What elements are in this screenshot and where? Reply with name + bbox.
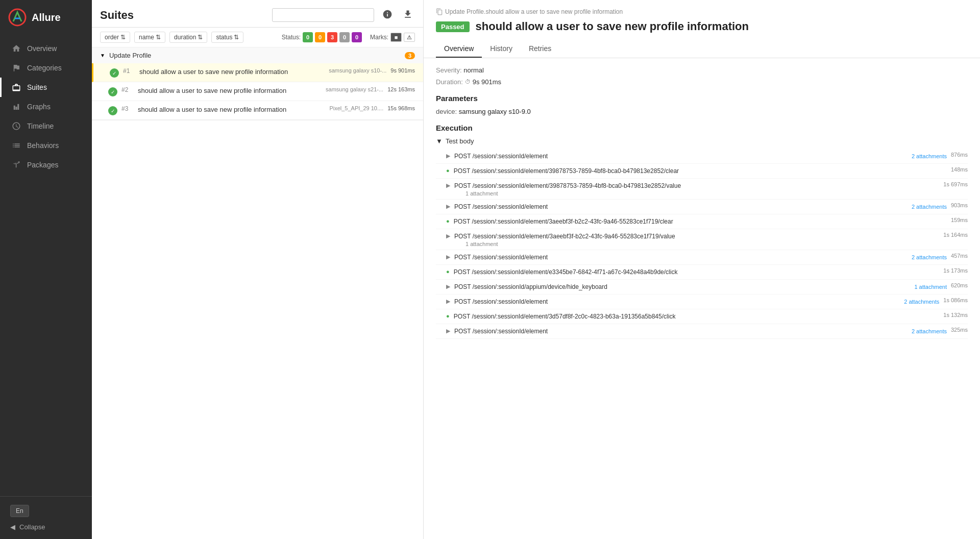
detail-panel: Update Profile.should allow a user to sa…: [424, 0, 980, 539]
detail-title: should allow a user to save new profile …: [476, 19, 749, 34]
sidebar-item-suites[interactable]: Suites: [0, 78, 92, 97]
test-duration-3: 15s 968ms: [387, 105, 415, 111]
step-text-4: POST /session/:sessionId/element/3aeebf3…: [454, 218, 673, 225]
step-sub-5: 1 attachment: [465, 241, 939, 247]
step-time-2: 1s 697ms: [943, 181, 968, 187]
status-label: status: [216, 34, 232, 41]
tab-overview[interactable]: Overview: [436, 40, 482, 58]
step-toggle-11[interactable]: ▶: [446, 328, 450, 334]
language-button[interactable]: En: [10, 505, 29, 517]
test-name-3: should allow a user to save new profile …: [138, 105, 325, 114]
sidebar-item-packages[interactable]: Packages: [0, 155, 92, 175]
duration-sort-icon: ⇅: [198, 34, 203, 41]
step-text-5: POST /session/:sessionId/element/3aeebf3…: [454, 233, 675, 240]
step-toggle-3[interactable]: ▶: [446, 203, 450, 210]
parameters-title: Parameters: [436, 94, 968, 103]
steps-list: ▶ POST /session/:sessionId/element 2 att…: [436, 149, 968, 339]
mark-warning-icon[interactable]: ⚠: [404, 33, 415, 42]
sidebar-item-behaviors[interactable]: Behaviors: [0, 136, 92, 155]
step-attach-6[interactable]: 2 attachments: [912, 254, 947, 260]
passed-badge: Passed: [436, 21, 470, 32]
sidebar-item-overview[interactable]: Overview: [0, 39, 92, 58]
list-icon: [12, 141, 21, 150]
suite-list: ▼ Update Profile 3 ✓ #1 should allow a u…: [92, 47, 423, 539]
step-text-9: POST /session/:sessionId/element: [454, 297, 901, 306]
logo: Allure: [0, 0, 92, 35]
name-label: name: [139, 34, 154, 41]
step-attach-8[interactable]: 1 attachment: [914, 284, 947, 290]
step-row-9: ▶ POST /session/:sessionId/element 2 att…: [436, 295, 968, 309]
step-row-4: ● POST /session/:sessionId/element/3aeeb…: [436, 214, 968, 229]
sidebar-item-graphs[interactable]: Graphs: [0, 97, 92, 116]
duration-sort-button[interactable]: duration ⇅: [169, 32, 207, 43]
sidebar-item-timeline[interactable]: Timeline: [0, 116, 92, 136]
step-time-7: 1s 173ms: [943, 267, 968, 274]
step-attach-0[interactable]: 2 attachments: [912, 153, 947, 159]
test-device-3: Pixel_5_API_29 10....: [329, 105, 383, 111]
test-duration-1: 9s 901ms: [390, 67, 415, 74]
order-label: order: [105, 34, 119, 41]
sidebar-item-categories[interactable]: Categories: [0, 58, 92, 78]
step-toggle-5[interactable]: ▶: [446, 233, 450, 239]
step-attach-11[interactable]: 2 attachments: [912, 328, 947, 334]
step-time-9: 1s 086ms: [943, 297, 968, 303]
status-badge-purple[interactable]: 0: [352, 32, 362, 42]
step-row-8: ▶ POST /session/:sessionId/appium/device…: [436, 280, 968, 295]
package-icon: [12, 160, 21, 169]
status-badge-red[interactable]: 3: [327, 32, 337, 42]
status-sort-button[interactable]: status ⇅: [211, 32, 243, 43]
status-badge-orange[interactable]: 0: [315, 32, 325, 42]
tab-retries[interactable]: Retries: [521, 40, 559, 58]
sidebar-item-packages-label: Packages: [27, 161, 58, 169]
step-time-8: 620ms: [951, 282, 968, 288]
step-row-5: ▶ POST /session/:sessionId/element/3aeeb…: [436, 229, 968, 250]
flag-icon: [12, 63, 21, 72]
test-row-1[interactable]: ✓ #1 should allow a user to save new pro…: [92, 63, 423, 82]
logo-text: Allure: [32, 12, 61, 23]
suite-group-header[interactable]: ▼ Update Profile 3: [92, 47, 423, 63]
info-button[interactable]: [380, 7, 395, 23]
step-toggle-9[interactable]: ▶: [446, 298, 450, 305]
clock-icon: [12, 121, 21, 131]
order-sort-button[interactable]: order ⇅: [100, 32, 130, 43]
mark-flaky-icon[interactable]: ■: [390, 33, 402, 42]
severity-value: normal: [463, 66, 484, 74]
test-pass-icon-3: ✓: [108, 106, 117, 115]
status-badge-gray[interactable]: 0: [339, 32, 350, 42]
test-row-2[interactable]: ✓ #2 should allow a user to save new pro…: [92, 82, 423, 101]
order-sort-icon: ⇅: [120, 34, 126, 41]
chevron-down-icon: ▼: [100, 53, 105, 58]
copy-icon: [436, 8, 443, 15]
status-badge-green[interactable]: 0: [303, 32, 313, 42]
step-toggle-8[interactable]: ▶: [446, 283, 450, 290]
download-button[interactable]: [401, 7, 415, 23]
step-toggle-2[interactable]: ▶: [446, 182, 450, 189]
briefcase-icon: [12, 83, 21, 92]
test-row-3[interactable]: ✓ #3 should allow a user to save new pro…: [92, 101, 423, 120]
step-toggle-0[interactable]: ▶: [446, 153, 450, 159]
bar-chart-icon: [12, 102, 21, 111]
duration-label: Duration:: [436, 78, 463, 86]
test-name-1: should allow a user to save new profile …: [139, 67, 325, 77]
collapse-button[interactable]: ◀ Collapse: [10, 523, 82, 531]
tab-history[interactable]: History: [482, 40, 521, 58]
step-time-11: 325ms: [951, 327, 968, 333]
device-param-key: device:: [436, 108, 457, 115]
detail-header: Update Profile.should allow a user to sa…: [424, 0, 980, 58]
step-toggle-6[interactable]: ▶: [446, 254, 450, 260]
sidebar-item-timeline-label: Timeline: [27, 122, 54, 130]
step-row-7: ● POST /session/:sessionId/element/e3345…: [436, 265, 968, 280]
test-body-header[interactable]: ▼ Test body: [436, 137, 968, 145]
suite-group-name: Update Profile: [109, 52, 401, 59]
step-text-3: POST /session/:sessionId/element: [454, 202, 909, 211]
step-text-8: POST /session/:sessionId/appium/device/h…: [454, 282, 911, 291]
name-sort-button[interactable]: name ⇅: [134, 32, 165, 43]
step-time-6: 457ms: [951, 253, 968, 259]
search-input[interactable]: [272, 8, 374, 22]
step-attach-9[interactable]: 2 attachments: [904, 299, 939, 305]
sidebar-item-suites-label: Suites: [27, 83, 47, 91]
step-text-1: POST /session/:sessionId/element/3987875…: [454, 167, 679, 175]
marks-label: Marks:: [370, 34, 388, 41]
step-attach-3[interactable]: 2 attachments: [912, 204, 947, 210]
severity-label: Severity:: [436, 66, 462, 74]
